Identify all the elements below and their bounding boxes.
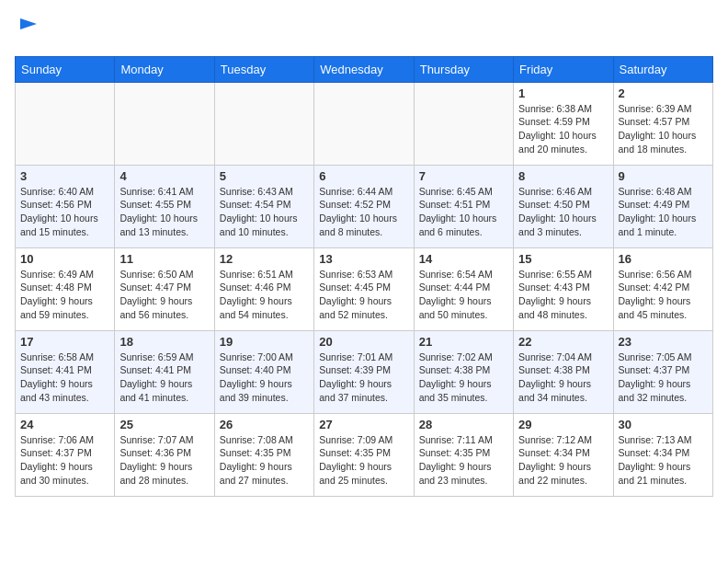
day-number: 6 xyxy=(319,169,408,183)
calendar-day-cell: 19Sunrise: 7:00 AM Sunset: 4:40 PM Dayli… xyxy=(214,330,313,413)
calendar-day-cell: 10Sunrise: 6:49 AM Sunset: 4:48 PM Dayli… xyxy=(16,247,115,330)
day-number: 19 xyxy=(220,335,309,349)
day-info: Sunrise: 6:53 AM Sunset: 4:45 PM Dayligh… xyxy=(319,268,408,322)
day-info: Sunrise: 6:43 AM Sunset: 4:54 PM Dayligh… xyxy=(220,185,309,239)
calendar-day-cell: 16Sunrise: 6:56 AM Sunset: 4:42 PM Dayli… xyxy=(613,247,712,330)
day-info: Sunrise: 7:02 AM Sunset: 4:38 PM Dayligh… xyxy=(419,350,508,405)
calendar-day-cell: 17Sunrise: 6:58 AM Sunset: 4:41 PM Dayli… xyxy=(16,330,115,413)
calendar-day-cell: 5Sunrise: 6:43 AM Sunset: 4:54 PM Daylig… xyxy=(214,165,313,247)
calendar-day-cell: 9Sunrise: 6:48 AM Sunset: 4:49 PM Daylig… xyxy=(613,165,712,247)
calendar-day-cell: 21Sunrise: 7:02 AM Sunset: 4:38 PM Dayli… xyxy=(414,330,513,413)
calendar-day-cell: 6Sunrise: 6:44 AM Sunset: 4:52 PM Daylig… xyxy=(314,165,414,247)
calendar-day-cell: 7Sunrise: 6:45 AM Sunset: 4:51 PM Daylig… xyxy=(414,165,513,247)
day-number: 28 xyxy=(419,418,508,431)
calendar-day-cell: 27Sunrise: 7:09 AM Sunset: 4:35 PM Dayli… xyxy=(314,413,414,496)
day-info: Sunrise: 6:56 AM Sunset: 4:42 PM Dayligh… xyxy=(619,268,708,322)
day-number: 11 xyxy=(119,252,209,266)
calendar-day-cell xyxy=(16,82,115,165)
day-number: 10 xyxy=(20,252,109,266)
calendar-day-cell: 14Sunrise: 6:54 AM Sunset: 4:44 PM Dayli… xyxy=(414,247,513,330)
calendar-day-cell: 25Sunrise: 7:07 AM Sunset: 4:36 PM Dayli… xyxy=(115,413,214,496)
svg-marker-0 xyxy=(20,18,37,29)
day-number: 13 xyxy=(319,252,408,266)
day-number: 23 xyxy=(619,335,708,349)
day-info: Sunrise: 6:50 AM Sunset: 4:47 PM Dayligh… xyxy=(119,268,209,322)
calendar-day-cell: 8Sunrise: 6:46 AM Sunset: 4:50 PM Daylig… xyxy=(514,165,613,247)
calendar-week-row: 17Sunrise: 6:58 AM Sunset: 4:41 PM Dayli… xyxy=(16,330,713,413)
day-number: 25 xyxy=(119,418,209,431)
day-info: Sunrise: 6:39 AM Sunset: 4:57 PM Dayligh… xyxy=(619,102,708,156)
calendar-week-row: 10Sunrise: 6:49 AM Sunset: 4:48 PM Dayli… xyxy=(16,247,713,330)
page-header xyxy=(15,15,713,45)
calendar-day-cell xyxy=(414,82,513,165)
calendar-day-cell: 24Sunrise: 7:06 AM Sunset: 4:37 PM Dayli… xyxy=(16,413,115,496)
day-info: Sunrise: 7:12 AM Sunset: 4:34 PM Dayligh… xyxy=(518,433,608,488)
day-number: 21 xyxy=(419,335,508,349)
calendar-day-cell: 22Sunrise: 7:04 AM Sunset: 4:38 PM Dayli… xyxy=(514,330,613,413)
day-info: Sunrise: 6:58 AM Sunset: 4:41 PM Dayligh… xyxy=(20,350,109,405)
weekday-header-wednesday: Wednesday xyxy=(314,56,414,82)
day-info: Sunrise: 7:08 AM Sunset: 4:35 PM Dayligh… xyxy=(220,433,309,488)
calendar-day-cell: 18Sunrise: 6:59 AM Sunset: 4:41 PM Dayli… xyxy=(115,330,214,413)
day-number: 2 xyxy=(619,86,708,100)
calendar-day-cell xyxy=(115,82,214,165)
calendar-day-cell: 11Sunrise: 6:50 AM Sunset: 4:47 PM Dayli… xyxy=(115,247,214,330)
day-number: 3 xyxy=(20,169,109,183)
weekday-header-row: SundayMondayTuesdayWednesdayThursdayFrid… xyxy=(16,56,713,82)
day-number: 29 xyxy=(518,418,608,431)
day-number: 16 xyxy=(619,252,708,266)
calendar-day-cell: 28Sunrise: 7:11 AM Sunset: 4:35 PM Dayli… xyxy=(414,413,513,496)
day-info: Sunrise: 6:51 AM Sunset: 4:46 PM Dayligh… xyxy=(220,268,309,322)
day-number: 18 xyxy=(119,335,209,349)
day-info: Sunrise: 6:44 AM Sunset: 4:52 PM Dayligh… xyxy=(319,185,408,239)
day-info: Sunrise: 7:09 AM Sunset: 4:35 PM Dayligh… xyxy=(319,433,408,488)
weekday-header-tuesday: Tuesday xyxy=(214,56,313,82)
calendar-week-row: 1Sunrise: 6:38 AM Sunset: 4:59 PM Daylig… xyxy=(16,82,713,165)
day-number: 1 xyxy=(518,86,608,100)
weekday-header-sunday: Sunday xyxy=(16,56,115,82)
day-info: Sunrise: 7:06 AM Sunset: 4:37 PM Dayligh… xyxy=(20,433,109,488)
day-info: Sunrise: 7:05 AM Sunset: 4:37 PM Dayligh… xyxy=(619,350,708,405)
day-number: 30 xyxy=(619,418,708,431)
day-number: 5 xyxy=(220,169,309,183)
day-info: Sunrise: 7:00 AM Sunset: 4:40 PM Dayligh… xyxy=(220,350,309,405)
day-number: 20 xyxy=(319,335,408,349)
day-info: Sunrise: 7:04 AM Sunset: 4:38 PM Dayligh… xyxy=(518,350,608,405)
calendar-day-cell: 20Sunrise: 7:01 AM Sunset: 4:39 PM Dayli… xyxy=(314,330,414,413)
day-number: 4 xyxy=(119,169,209,183)
day-number: 22 xyxy=(518,335,608,349)
day-number: 12 xyxy=(220,252,309,266)
weekday-header-monday: Monday xyxy=(115,56,214,82)
calendar-day-cell: 26Sunrise: 7:08 AM Sunset: 4:35 PM Dayli… xyxy=(214,413,313,496)
logo-flag-icon xyxy=(17,15,42,40)
day-info: Sunrise: 6:49 AM Sunset: 4:48 PM Dayligh… xyxy=(20,268,109,322)
day-info: Sunrise: 6:46 AM Sunset: 4:50 PM Dayligh… xyxy=(518,185,608,239)
weekday-header-thursday: Thursday xyxy=(414,56,513,82)
day-info: Sunrise: 7:13 AM Sunset: 4:34 PM Dayligh… xyxy=(619,433,708,488)
calendar-day-cell: 13Sunrise: 6:53 AM Sunset: 4:45 PM Dayli… xyxy=(314,247,414,330)
day-number: 27 xyxy=(319,418,408,431)
day-number: 9 xyxy=(619,169,708,183)
day-info: Sunrise: 6:40 AM Sunset: 4:56 PM Dayligh… xyxy=(20,185,109,239)
calendar-week-row: 24Sunrise: 7:06 AM Sunset: 4:37 PM Dayli… xyxy=(16,413,713,496)
day-number: 26 xyxy=(220,418,309,431)
calendar-week-row: 3Sunrise: 6:40 AM Sunset: 4:56 PM Daylig… xyxy=(16,165,713,247)
day-info: Sunrise: 7:07 AM Sunset: 4:36 PM Dayligh… xyxy=(119,433,209,488)
day-number: 14 xyxy=(419,252,508,266)
calendar-table: SundayMondayTuesdayWednesdayThursdayFrid… xyxy=(15,56,713,497)
day-info: Sunrise: 6:54 AM Sunset: 4:44 PM Dayligh… xyxy=(419,268,508,322)
day-info: Sunrise: 6:41 AM Sunset: 4:55 PM Dayligh… xyxy=(119,185,209,239)
day-info: Sunrise: 6:38 AM Sunset: 4:59 PM Dayligh… xyxy=(518,102,608,156)
day-info: Sunrise: 6:48 AM Sunset: 4:49 PM Dayligh… xyxy=(619,185,708,239)
calendar-day-cell: 30Sunrise: 7:13 AM Sunset: 4:34 PM Dayli… xyxy=(613,413,712,496)
calendar-day-cell: 23Sunrise: 7:05 AM Sunset: 4:37 PM Dayli… xyxy=(613,330,712,413)
calendar-day-cell xyxy=(314,82,414,165)
logo xyxy=(15,15,42,45)
day-number: 15 xyxy=(518,252,608,266)
calendar-day-cell: 12Sunrise: 6:51 AM Sunset: 4:46 PM Dayli… xyxy=(214,247,313,330)
calendar-day-cell: 3Sunrise: 6:40 AM Sunset: 4:56 PM Daylig… xyxy=(16,165,115,247)
day-number: 24 xyxy=(20,418,109,431)
calendar-day-cell xyxy=(214,82,313,165)
weekday-header-saturday: Saturday xyxy=(613,56,712,82)
day-info: Sunrise: 6:45 AM Sunset: 4:51 PM Dayligh… xyxy=(419,185,508,239)
